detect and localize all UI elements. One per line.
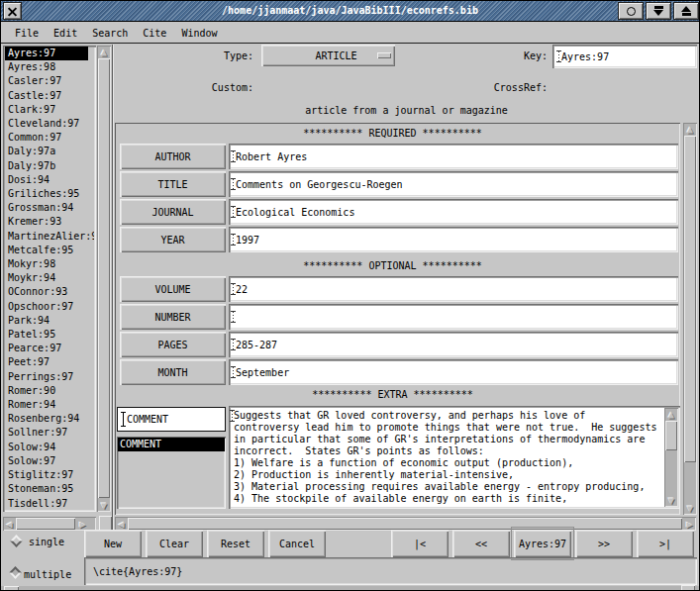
field-label-button[interactable]: VOLUME bbox=[120, 276, 226, 302]
list-vertical-scrollbar[interactable]: ▲ ▼ bbox=[97, 46, 111, 512]
scroll-right-icon[interactable]: ▶ bbox=[683, 517, 696, 531]
field-input[interactable] bbox=[229, 304, 678, 330]
bottom-sash-left[interactable] bbox=[4, 586, 19, 591]
reference-list[interactable]: Ayres:97Ayres:98Casler:97Castle:97Clark:… bbox=[3, 46, 96, 512]
list-item[interactable]: Moykr:94 bbox=[5, 271, 94, 285]
nav-current-button[interactable]: Ayres:97 bbox=[514, 530, 571, 557]
key-input[interactable]: Ayres:97 bbox=[552, 45, 697, 68]
list-item[interactable]: Pearce:97 bbox=[5, 342, 94, 355]
list-item[interactable]: Castle:97 bbox=[5, 89, 94, 103]
list-item[interactable]: Solow:94 bbox=[5, 441, 94, 454]
field-input[interactable]: Comments on Georgescu-Roegen bbox=[229, 171, 678, 197]
list-item[interactable]: MartinezAlier:9 bbox=[5, 230, 94, 244]
list-item[interactable]: Rosenberg:94 bbox=[5, 412, 94, 426]
extra-field-list[interactable]: COMMENT bbox=[117, 437, 226, 509]
scrollbar-thumb[interactable] bbox=[98, 58, 110, 498]
list-item[interactable]: Peet:97 bbox=[5, 355, 94, 369]
field-input[interactable]: Robert Ayres bbox=[229, 144, 678, 169]
scroll-right-icon[interactable]: ▶ bbox=[76, 517, 89, 531]
list-item[interactable]: Park:94 bbox=[5, 314, 94, 328]
list-item[interactable]: Ayres:98 bbox=[5, 60, 94, 74]
list-item[interactable]: Griliches:95 bbox=[5, 187, 94, 201]
list-item[interactable]: Romer:94 bbox=[5, 398, 94, 412]
list-item[interactable]: Clark:97 bbox=[5, 103, 94, 117]
list-item[interactable]: Ayres:97 bbox=[5, 47, 88, 60]
scrollbar-thumb[interactable] bbox=[128, 518, 682, 530]
field-input[interactable]: 22 bbox=[229, 276, 678, 302]
clear-button[interactable]: Clear bbox=[146, 530, 203, 557]
scrollbar-thumb[interactable] bbox=[665, 421, 677, 450]
cite-command-input[interactable]: \cite{Ayres:97} bbox=[84, 557, 697, 585]
form-vertical-scrollbar[interactable]: ▲ ▼ bbox=[683, 123, 697, 515]
list-item[interactable]: Metcalfe:95 bbox=[5, 244, 94, 257]
list-item[interactable]: Casler:97 bbox=[5, 74, 94, 88]
list-horizontal-scrollbar[interactable]: ◀ ▶ bbox=[3, 517, 96, 531]
scroll-up-icon[interactable]: ▲ bbox=[97, 46, 111, 58]
list-item[interactable]: Sollner:97 bbox=[5, 426, 94, 440]
list-item[interactable]: Solow:97 bbox=[5, 454, 94, 468]
bottom-sash-right[interactable] bbox=[681, 585, 695, 591]
field-label-button[interactable]: MONTH bbox=[120, 359, 226, 385]
field-label-button[interactable]: AUTHOR bbox=[120, 144, 226, 169]
title-bar[interactable]: /home/jjanmaat/java/JavaBibIII/econrefs.… bbox=[1, 1, 699, 22]
single-radio[interactable] bbox=[10, 535, 23, 547]
menu-item[interactable]: Cite bbox=[143, 28, 166, 39]
lower-window-button[interactable] bbox=[646, 2, 671, 20]
reset-button[interactable]: Reset bbox=[207, 530, 264, 557]
field-input[interactable]: Ecological Economics bbox=[229, 199, 678, 225]
list-item[interactable]: Daly:97a bbox=[5, 145, 94, 158]
list-item[interactable]: Kremer:93 bbox=[5, 215, 94, 229]
scrollbar-thumb[interactable] bbox=[16, 518, 75, 530]
field-label-button[interactable]: PAGES bbox=[120, 332, 226, 357]
menu-item[interactable]: Search bbox=[92, 28, 128, 39]
scroll-left-icon[interactable]: ◀ bbox=[115, 517, 128, 531]
nav-next-button[interactable]: >> bbox=[575, 530, 633, 557]
close-button[interactable] bbox=[3, 2, 22, 20]
nav-last-button[interactable]: >| bbox=[637, 530, 694, 557]
list-item[interactable]: Mokyr:98 bbox=[5, 257, 94, 271]
field-label-button[interactable]: YEAR bbox=[120, 227, 226, 252]
field-input[interactable]: 1997 bbox=[229, 227, 678, 252]
raise-window-button[interactable] bbox=[673, 2, 699, 20]
cancel-button[interactable]: Cancel bbox=[268, 530, 326, 557]
list-item[interactable]: Dosi:94 bbox=[5, 173, 94, 187]
field-label-button[interactable]: JOURNAL bbox=[120, 199, 226, 225]
scroll-down-icon[interactable]: ▼ bbox=[97, 499, 111, 512]
nav-first-button[interactable]: |< bbox=[391, 530, 449, 557]
scroll-down-icon[interactable]: ▼ bbox=[683, 502, 697, 515]
extra-field-name-input[interactable]: COMMENT bbox=[117, 407, 226, 432]
list-item[interactable]: Cleveland:97 bbox=[5, 117, 94, 131]
list-item[interactable]: OConnor:93 bbox=[5, 285, 94, 299]
list-item[interactable]: Stiglitz:97 bbox=[5, 468, 94, 482]
list-item[interactable]: Patel:95 bbox=[5, 328, 94, 342]
scroll-down-icon[interactable]: ▼ bbox=[664, 494, 678, 507]
scroll-up-icon[interactable]: ▲ bbox=[683, 123, 697, 136]
scroll-left-icon[interactable]: ◀ bbox=[3, 517, 16, 531]
new-button[interactable]: New bbox=[84, 530, 142, 557]
list-item[interactable]: Tisdell:97 bbox=[5, 497, 94, 511]
list-item[interactable]: Opschoor:97 bbox=[5, 300, 94, 314]
field-label-button[interactable]: TITLE bbox=[120, 171, 226, 197]
menu-item[interactable]: Edit bbox=[53, 28, 77, 39]
nav-prev-button[interactable]: << bbox=[452, 530, 510, 557]
textarea-vertical-scrollbar[interactable]: ▲ ▼ bbox=[664, 408, 678, 507]
field-label-button[interactable]: NUMBER bbox=[120, 304, 226, 330]
list-item[interactable]: Common:97 bbox=[5, 131, 94, 145]
list-item[interactable]: Stoneman:95 bbox=[5, 482, 94, 496]
comment-textarea[interactable]: Suggests that GR loved controversy, and … bbox=[229, 406, 680, 509]
scroll-up-icon[interactable]: ▲ bbox=[664, 408, 678, 421]
extra-list-item[interactable]: COMMENT bbox=[118, 438, 225, 451]
list-item[interactable]: Perrings:97 bbox=[5, 370, 94, 384]
multiple-radio[interactable] bbox=[9, 566, 22, 579]
pane-sash[interactable] bbox=[99, 516, 112, 531]
field-input[interactable]: September bbox=[229, 359, 678, 385]
menu-item[interactable]: Window bbox=[181, 28, 217, 39]
scrollbar-thumb[interactable] bbox=[684, 136, 696, 462]
field-input[interactable]: 285-287 bbox=[229, 332, 678, 357]
window-menu-button[interactable] bbox=[618, 2, 644, 20]
menu-item[interactable]: File bbox=[15, 28, 39, 39]
list-item[interactable]: Grossman:94 bbox=[5, 201, 94, 215]
type-dropdown[interactable]: ARTICLE bbox=[261, 45, 395, 66]
list-item[interactable]: Daly:97b bbox=[5, 159, 94, 173]
list-item[interactable]: Romer:90 bbox=[5, 384, 94, 398]
